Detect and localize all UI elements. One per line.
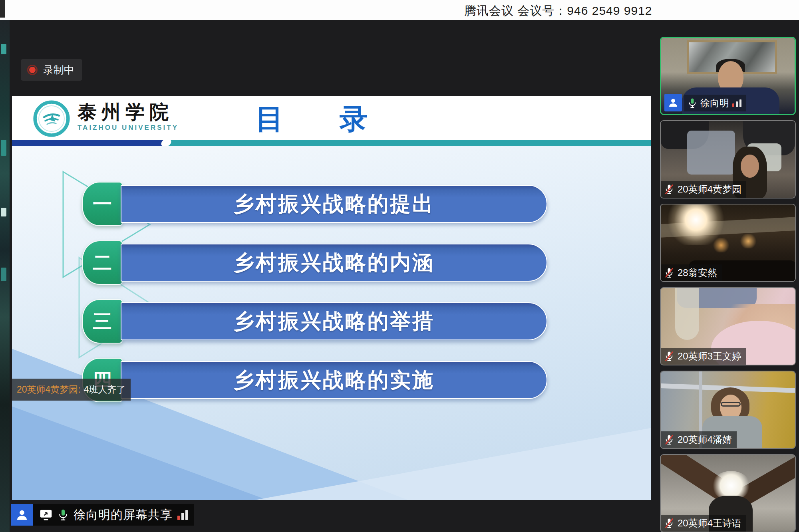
toc-item-2: 二 乡村振兴战略的内涵 — [12, 244, 651, 282]
participant-tile-wangshiyu[interactable]: 20英师4王诗语 — [660, 454, 796, 532]
chat-message-overlay: 20英师4黄梦园: 4班人齐了 — [12, 379, 131, 401]
toc-number-tab: 三 — [82, 299, 123, 343]
mic-muted-icon — [664, 268, 674, 278]
participant-name: 20英师4王诗语 — [678, 517, 741, 530]
share-presenter-label: 徐向明的屏幕共享 — [74, 507, 173, 523]
participant-nameplate: 20英师4黄梦园 — [661, 181, 746, 198]
edge-fragment — [1, 140, 6, 156]
participant-name: 20英师3王文婷 — [678, 350, 741, 363]
participant-nameplate: 20英师4潘婧 — [661, 431, 737, 448]
toc-item-bar: 乡村振兴战略的内涵 — [121, 244, 547, 282]
corner-notch — [0, 0, 5, 18]
participant-name: 28翁安然 — [678, 266, 717, 279]
edge-fragment — [1, 208, 6, 216]
presenter-avatar-badge — [11, 504, 33, 526]
edge-fragment — [1, 268, 6, 281]
participant-tile-huangmengyuan[interactable]: 20英师4黄梦园 — [660, 120, 796, 199]
participant-nameplate: 20英师4王诗语 — [661, 515, 746, 532]
university-name-cn: 泰州学院 — [78, 102, 179, 122]
screen-share-slide: 泰州学院 TAIZHOU UNIVERSITY 目 录 一 乡村振兴战略的提出 … — [12, 96, 651, 500]
toc-item-bar: 乡村振兴战略的举措 — [121, 302, 547, 340]
toc-item-1: 一 乡村振兴战略的提出 — [12, 185, 651, 223]
chat-message-text: 4班人齐了 — [84, 383, 126, 396]
toc-item-bar: 乡村振兴战略的提出 — [121, 185, 547, 223]
recording-dot-icon — [27, 65, 38, 75]
meeting-main-area: 录制中 — [0, 20, 799, 532]
participant-tile-wenganran[interactable]: 28翁安然 — [660, 204, 796, 282]
taizhou-university-seal-icon — [33, 100, 70, 137]
desktop-edge-strip — [0, 20, 10, 532]
tencent-meeting-window: 腾讯会议 会议号：946 2549 9912 录制中 — [0, 0, 799, 532]
meeting-id-title: 腾讯会议 会议号：946 2549 9912 — [464, 3, 652, 19]
toc-item-bar: 乡村振兴战略的实施 — [121, 361, 547, 399]
mic-muted-icon — [664, 351, 674, 361]
recording-label: 录制中 — [43, 63, 74, 77]
university-logo: 泰州学院 TAIZHOU UNIVERSITY — [33, 100, 179, 137]
recording-indicator[interactable]: 录制中 — [21, 59, 82, 81]
participant-nameplate: 28翁安然 — [661, 264, 722, 281]
participant-name: 20英师4潘婧 — [678, 433, 732, 446]
header-rule-blue — [12, 140, 169, 146]
network-signal-icon — [732, 99, 741, 107]
participant-tile-panjing[interactable]: 20英师4潘婧 — [660, 371, 796, 449]
mic-muted-icon — [664, 518, 674, 528]
chat-sender: 20英师4黄梦园: — [17, 383, 81, 396]
mic-muted-icon — [664, 435, 674, 445]
slide-title: 目 录 — [184, 101, 439, 138]
slide-header: 泰州学院 TAIZHOU UNIVERSITY 目 录 — [12, 96, 651, 140]
participant-name: 20英师4黄梦园 — [678, 183, 741, 196]
mic-on-icon — [688, 98, 697, 108]
person-icon — [15, 508, 29, 522]
toc-number-tab: 二 — [82, 240, 123, 285]
window-titlebar: 腾讯会议 会议号：946 2549 9912 — [0, 0, 799, 20]
participant-nameplate: 徐向明 — [684, 95, 746, 111]
university-name-en: TAIZHOU UNIVERSITY — [78, 124, 179, 132]
header-rule-teal — [169, 140, 651, 146]
mic-muted-icon — [664, 184, 674, 195]
toc-item-3: 三 乡村振兴战略的举措 — [12, 302, 651, 340]
participant-nameplate: 20英师3王文婷 — [661, 348, 746, 365]
participant-name: 徐向明 — [700, 97, 729, 109]
person-badge-icon — [664, 94, 682, 111]
participant-tile-wangwenting[interactable]: 20英师3王文婷 — [660, 287, 796, 365]
screen-share-icon — [39, 509, 53, 521]
share-box: 徐向明的屏幕共享 — [33, 504, 194, 526]
edge-fragment — [1, 44, 6, 54]
participant-tile-xuxiangming[interactable]: 徐向明 — [660, 37, 796, 115]
mic-on-icon — [58, 509, 69, 521]
network-signal-icon — [177, 510, 188, 520]
toc-number-tab: 一 — [82, 182, 123, 226]
screen-share-status-bar[interactable]: 徐向明的屏幕共享 — [11, 504, 194, 526]
